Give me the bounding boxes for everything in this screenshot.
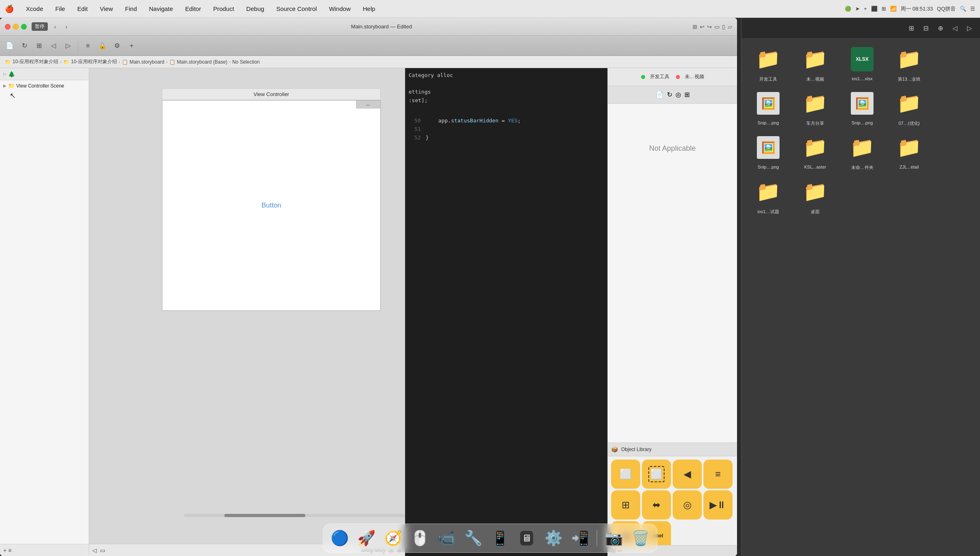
breadcrumb-item-3[interactable]: Main.storyboard (130, 59, 164, 65)
desktop-icon-1[interactable]: ⊞ (905, 22, 917, 34)
breadcrumb-item-4[interactable]: Main.storyboard (Base) (177, 59, 228, 65)
nav-forward-button[interactable]: › (62, 23, 70, 31)
pause-label[interactable]: 暂停 (32, 22, 48, 31)
breadcrumb-item-1[interactable]: 10-应用程序对象介绍 (13, 58, 58, 65)
code-editor[interactable]: Category alloc ettings :set]; 50 (405, 68, 607, 556)
menu-product[interactable]: Product (211, 4, 236, 13)
add-file-icon[interactable]: + (125, 39, 138, 52)
toolbar-icon-4[interactable]: ▭ (714, 24, 720, 30)
insp-grid-icon[interactable]: ⊞ (684, 91, 690, 98)
obj-item-dashed[interactable]: ⬜ (642, 460, 671, 489)
obj-item-circle[interactable]: ◎ (673, 490, 702, 520)
dock-trash[interactable]: 🗑️ (629, 526, 652, 550)
desktop-icon-2[interactable]: ⊟ (920, 22, 931, 34)
menu-find[interactable]: Find (123, 4, 139, 13)
minimize-button[interactable] (13, 24, 19, 30)
menu-xcode[interactable]: Xcode (23, 4, 46, 13)
menu-help[interactable]: Help (360, 4, 378, 13)
video-icon: 📹 (437, 530, 456, 547)
desktop-icon-4[interactable]: ◁ (949, 22, 961, 34)
canvas-scrollbar-thumb[interactable] (224, 514, 305, 517)
desktop-file-xlsx[interactable]: XLSX ios1....xlsx (842, 45, 882, 82)
toolbar-icon-5[interactable]: ▯ (722, 24, 725, 30)
dock-appstore[interactable]: 📲 (569, 526, 592, 550)
desktop-file-snip1[interactable]: 🖼️ Snip....png (748, 89, 788, 126)
dock-launchpad[interactable]: 🚀 (355, 526, 378, 550)
menu-editor[interactable]: Editor (183, 4, 203, 13)
desktop-file-unnamed[interactable]: 📁 未命…件夹 (842, 133, 882, 171)
dock-safari[interactable]: 🧭 (381, 526, 405, 550)
breadcrumb-sep-4: › (229, 59, 230, 65)
lock-icon[interactable]: 🔒 (96, 39, 109, 52)
grid-view-icon[interactable]: ⊞ (32, 39, 45, 52)
menu-navigate[interactable]: Navigate (147, 4, 175, 13)
insp-circle-icon[interactable]: ◎ (675, 91, 681, 98)
nav-back-button[interactable]: ‹ (51, 23, 59, 31)
qq-label: QQ拼音 (937, 5, 956, 13)
dock-camera[interactable]: 📷 (602, 526, 626, 550)
desktop-file-07[interactable]: 📁 07…(优化) (889, 89, 929, 126)
close-button[interactable] (5, 24, 11, 30)
refresh-icon[interactable]: ↻ (18, 39, 31, 52)
dock-finder[interactable]: 🔵 (328, 526, 352, 550)
obj-item-grid[interactable]: ⊞ (611, 490, 640, 520)
desktop-icon-5[interactable]: ▷ (964, 22, 975, 34)
menu-window[interactable]: Window (326, 4, 353, 13)
obj-item-container[interactable]: ⬜ (611, 460, 640, 489)
frame-icon[interactable]: ▭ (100, 547, 105, 554)
desktop-file-snip3[interactable]: 🖼️ Snip....png (748, 133, 788, 171)
filter-icon[interactable]: ≡ (8, 547, 11, 554)
storyboard-canvas-area[interactable]: → View Controller — (89, 68, 405, 544)
apple-menu[interactable]: 🍎 (5, 4, 14, 13)
desktop-file-class13[interactable]: 📁 第13…业班 (889, 45, 929, 82)
list-icon[interactable]: ☰ (970, 6, 975, 12)
obj-item-list[interactable]: ≡ (703, 460, 733, 489)
search-icon[interactable]: 🔍 (960, 6, 966, 12)
list-icon-2[interactable]: ≡ (81, 39, 94, 52)
toolbar-icon-3[interactable]: ↪ (707, 24, 712, 30)
desktop-file-ios1[interactable]: 📁 ios1…试题 (748, 177, 788, 215)
obj-item-slider[interactable]: ⬌ (642, 490, 671, 520)
insp-refresh-icon[interactable]: ↻ (667, 91, 672, 98)
desktop-file-snip2[interactable]: 🖼️ Snip....png (842, 89, 882, 126)
canvas-scrollbar[interactable] (184, 514, 405, 517)
desktop-file-devtools[interactable]: 📁 开发工具 (748, 45, 788, 82)
dock-tools[interactable]: 🔧 (462, 526, 485, 550)
toolbar-icon-2[interactable]: ↩ (700, 24, 705, 30)
insp-file-icon[interactable]: 📄 (656, 91, 664, 98)
vc-button[interactable]: Button (261, 201, 281, 210)
vc-screen[interactable]: — Button (162, 100, 381, 311)
scroll-left-btn[interactable]: ◁ (92, 547, 97, 554)
desktop-file-video[interactable]: 📁 未…视频 (795, 45, 835, 82)
menu-view[interactable]: View (98, 4, 115, 13)
menu-edit[interactable]: Edit (75, 4, 90, 13)
dock-settings[interactable]: ⚙️ (542, 526, 565, 550)
navigator-item-vc[interactable]: ▶ 📁 View Controller Scene (2, 82, 87, 90)
toolbar-icon-1[interactable]: ⊞ (692, 24, 697, 30)
menu-debug[interactable]: Debug (244, 4, 266, 13)
obj-item-back[interactable]: ◀ (673, 460, 702, 489)
obj-item-play[interactable]: ▶⏸ (703, 490, 733, 520)
desktop-file-car[interactable]: 📁 车月分享 (795, 89, 835, 126)
desktop-file-desktop[interactable]: 📁 桌面 (795, 177, 835, 215)
fullscreen-button[interactable] (21, 24, 27, 30)
desktop-icon-3[interactable]: ⊕ (935, 22, 946, 34)
breadcrumb-item-2[interactable]: 10-应用程序对象介绍 (71, 58, 117, 65)
settings-icon[interactable]: ⚙ (111, 39, 124, 52)
desktop-file-zjl[interactable]: 📁 ZJL...etail (889, 133, 929, 171)
dock-phone[interactable]: 📱 (488, 526, 512, 550)
nav-left-icon[interactable]: ◁ (47, 39, 60, 52)
breadcrumb-item-5[interactable]: No Selection (232, 59, 260, 65)
new-file-icon[interactable]: 📄 (3, 39, 16, 52)
dock-mouse[interactable]: 🖱️ (408, 526, 432, 550)
menu-file[interactable]: File (53, 4, 68, 13)
dock-terminal[interactable]: 🖥 (515, 526, 539, 550)
nav-right-icon[interactable]: ▷ (62, 39, 75, 52)
add-item-btn[interactable]: + (3, 547, 6, 554)
menubar-right: 🟢 ➤ + ⬛ ⊞ 📶 周一 08:51:33 QQ拼音 🔍 ☰ (845, 5, 975, 13)
menu-source-control[interactable]: Source Control (274, 4, 319, 13)
line-num-50: 50 (409, 117, 421, 125)
dock-video[interactable]: 📹 (435, 526, 458, 550)
desktop-file-ksl[interactable]: 📁 KSL...aster (795, 133, 835, 171)
toolbar-icon-6[interactable]: ▱ (728, 24, 732, 30)
